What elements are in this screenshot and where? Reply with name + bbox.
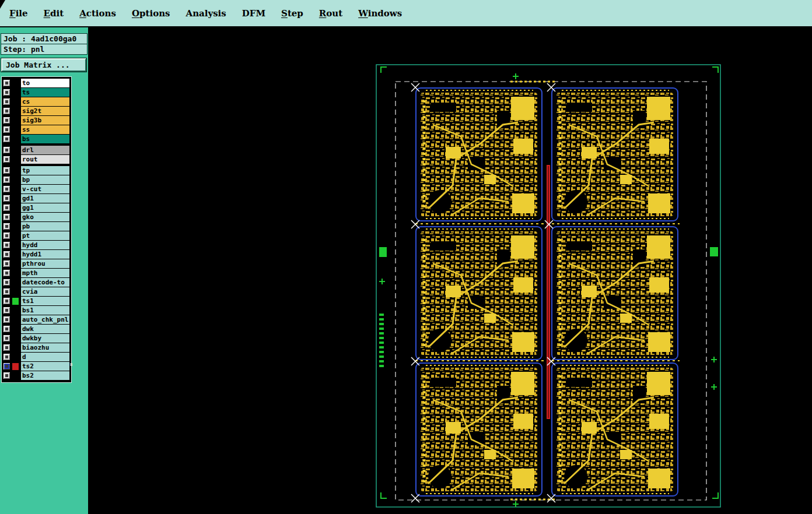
- layer-checkbox-pthrou[interactable]: [3, 260, 10, 267]
- layer-name-biaozhu[interactable]: biaozhu: [21, 343, 69, 352]
- board-6[interactable]: [552, 363, 678, 496]
- menu-options[interactable]: Options: [132, 8, 170, 19]
- board-5[interactable]: [416, 363, 542, 496]
- layer-checkbox-mpth[interactable]: [3, 269, 10, 277]
- layer-row-to: to: [3, 79, 70, 87]
- layer-name-pt[interactable]: pt: [21, 231, 69, 240]
- layer-checkbox-biaozhu[interactable]: [3, 344, 10, 351]
- x-mark-7: [411, 494, 419, 502]
- layer-name-dwkby[interactable]: dwkby: [21, 334, 69, 343]
- job-matrix-button[interactable]: Job Matrix ...: [1, 58, 86, 72]
- layer-name-sig2t[interactable]: sig2t: [21, 107, 69, 115]
- menu-file[interactable]: File: [9, 8, 28, 19]
- layer-row-v-cut: v-cut: [3, 185, 70, 193]
- layer-checkbox-ts[interactable]: [3, 89, 10, 96]
- layer-row-d: d: [3, 353, 70, 361]
- green-plus-5: [513, 501, 519, 507]
- layer-checkbox-pt[interactable]: [3, 232, 10, 240]
- layer-row-dwkby: dwkby: [3, 334, 70, 343]
- pcb-canvas[interactable]: [88, 27, 812, 514]
- layer-name-bs[interactable]: bs: [21, 135, 69, 143]
- layer-name-dwk[interactable]: dwk: [21, 325, 69, 333]
- layer-checkbox-bs1[interactable]: [3, 307, 10, 314]
- layer-row-gko: gko: [3, 213, 70, 221]
- layer-checkbox-gg1[interactable]: [3, 204, 10, 212]
- layer-checkbox-hydd1[interactable]: [3, 251, 10, 258]
- layer-name-v-cut[interactable]: v-cut: [21, 185, 69, 193]
- layer-name-tp[interactable]: tp: [21, 166, 69, 175]
- layer-checkbox-dwkby[interactable]: [3, 335, 10, 342]
- menu-actions[interactable]: Actions: [79, 8, 116, 19]
- menu-analysis[interactable]: Analysis: [186, 8, 226, 19]
- layer-checkbox-dwk[interactable]: [3, 325, 10, 333]
- layer-checkbox-v-cut[interactable]: [3, 185, 10, 193]
- layer-name-ts[interactable]: ts: [21, 88, 69, 97]
- layer-checkbox-gd1[interactable]: [3, 195, 10, 202]
- x-mark-3: [411, 220, 419, 228]
- x-mark-5: [411, 357, 419, 365]
- layer-name-datecode-to[interactable]: datecode-to: [21, 278, 69, 287]
- layer-name-bp[interactable]: bp: [21, 175, 69, 184]
- layer-name-pthrou[interactable]: pthrou: [21, 259, 69, 268]
- layer-name-sig3b[interactable]: sig3b: [21, 116, 69, 125]
- layer-checkbox-rout[interactable]: [3, 156, 10, 163]
- layer-marker-ts2: B: [70, 363, 72, 367]
- layer-row-biaozhu: biaozhu: [3, 343, 70, 352]
- layer-name-mpth[interactable]: mpth: [21, 269, 69, 277]
- layer-name-bs1[interactable]: bs1: [21, 306, 69, 315]
- layer-checkbox-ts2[interactable]: [3, 362, 10, 370]
- menu-edit[interactable]: Edit: [44, 8, 64, 19]
- layer-name-pb[interactable]: pb: [21, 222, 69, 231]
- layer-name-gko[interactable]: gko: [21, 213, 69, 221]
- layer-name-rout[interactable]: rout: [21, 155, 69, 164]
- menu-step[interactable]: Step: [281, 8, 303, 19]
- menu-dfm[interactable]: DFM: [242, 8, 265, 19]
- board-2[interactable]: [552, 88, 678, 221]
- layer-checkbox-sig2t[interactable]: [3, 107, 10, 115]
- layer-name-cvia[interactable]: cvia: [21, 287, 69, 296]
- layer-checkbox-gko[interactable]: [3, 213, 10, 221]
- layer-name-ss[interactable]: ss: [21, 125, 69, 134]
- menu-rout[interactable]: Rout: [319, 8, 342, 19]
- corner-mark-br: [712, 492, 718, 498]
- corner-mark-bl: [381, 492, 387, 498]
- layer-checkbox-to[interactable]: [3, 79, 10, 87]
- layer-checkbox-drl[interactable]: [3, 146, 10, 154]
- layer-checkbox-sig3b[interactable]: [3, 117, 10, 124]
- layer-name-gg1[interactable]: gg1: [21, 203, 69, 212]
- layer-checkbox-cs[interactable]: [3, 98, 10, 105]
- board-3[interactable]: [416, 227, 542, 360]
- layer-checkbox-auto_chk_pnl[interactable]: [3, 316, 10, 323]
- layer-checkbox-cvia[interactable]: [3, 288, 10, 295]
- layer-row-gg1: gg1: [3, 203, 70, 212]
- layer-name-ts2[interactable]: ts2: [21, 362, 69, 371]
- layer-name-auto_chk_pnl[interactable]: auto_chk_pnl: [21, 315, 69, 324]
- layer-name-to[interactable]: to: [21, 79, 69, 87]
- layer-checkbox-ts1[interactable]: [3, 297, 10, 305]
- layer-name-cs[interactable]: cs: [21, 97, 69, 106]
- layer-checkbox-d[interactable]: [3, 353, 10, 361]
- layer-checkbox-hydd[interactable]: [3, 241, 10, 249]
- layer-name-bs2[interactable]: bs2: [21, 371, 69, 380]
- layer-name-hydd1[interactable]: hydd1: [21, 250, 69, 259]
- layer-checkbox-tp[interactable]: [3, 167, 10, 174]
- job-row: Job : 4ad1c00ga0: [1, 34, 87, 44]
- layer-row-ts1: ts1: [3, 297, 70, 305]
- layer-checkbox-bs2[interactable]: [3, 372, 10, 379]
- layer-name-drl[interactable]: drl: [21, 146, 69, 154]
- board-4[interactable]: [552, 227, 678, 360]
- layer-name-gd1[interactable]: gd1: [21, 194, 69, 203]
- layer-name-d[interactable]: d: [21, 353, 69, 361]
- layer-checkbox-pb[interactable]: [3, 223, 10, 230]
- menu-windows[interactable]: Windows: [358, 8, 402, 19]
- board-1[interactable]: [416, 88, 542, 221]
- layer-name-ts1[interactable]: ts1: [21, 297, 69, 305]
- layer-checkbox-datecode-to[interactable]: [3, 279, 10, 286]
- window-corner-glyph: [0, 0, 5, 9]
- layer-checkbox-bp[interactable]: [3, 176, 10, 184]
- green-label-strip: [379, 314, 384, 367]
- layer-checkbox-ss[interactable]: [3, 126, 10, 133]
- layer-checkbox-bs[interactable]: [3, 135, 10, 143]
- layer-name-hydd[interactable]: hydd: [21, 241, 69, 249]
- layer-row-sig3b: sig3b: [3, 116, 70, 125]
